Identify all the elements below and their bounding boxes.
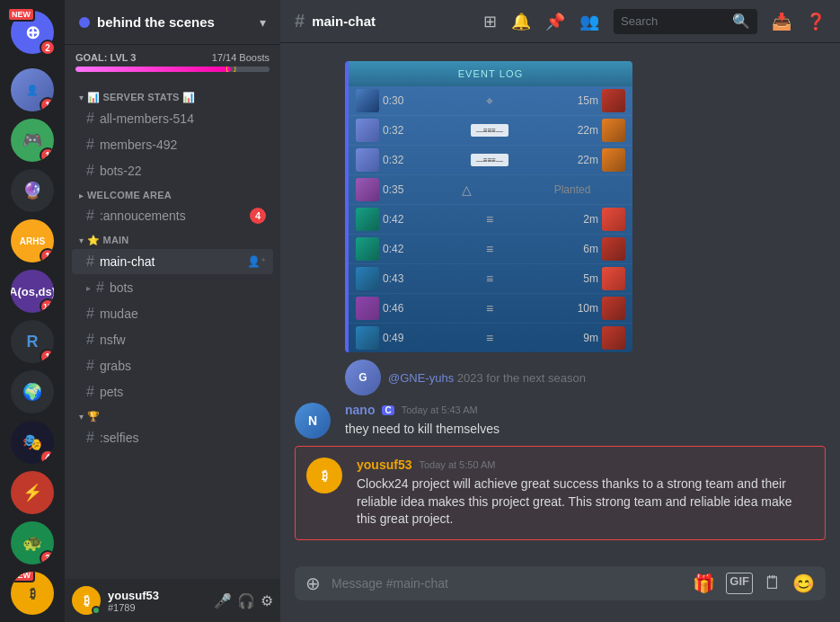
category-other[interactable]: ▾ 🏆 [65, 405, 280, 424]
category-arrow-other: ▾ [79, 412, 84, 422]
channel-nsfw[interactable]: # nsfw [72, 327, 273, 352]
channel-title: # main-chat [295, 11, 376, 31]
message-nano: N nano C Today at 5:43 AM they need to k… [295, 403, 826, 439]
discord-home-button[interactable]: ⊕ NEW 2 [11, 11, 54, 54]
channel-main-chat[interactable]: # main-chat 👤⁺ [72, 249, 273, 274]
stat-col-5: 2m [566, 213, 602, 226]
server-icon-9[interactable]: ⚡ [11, 471, 54, 514]
weapon-col-5: ≡ [413, 212, 566, 227]
nano-avatar: N [295, 403, 331, 439]
collapse-icon-bots: ▸ [86, 283, 91, 293]
hash-icon-2: # [86, 137, 94, 153]
sticker-icon[interactable]: 🗒 [764, 573, 782, 594]
server-icon-1[interactable]: 👤 1 [11, 68, 54, 111]
gift-icon[interactable]: 🎁 [693, 573, 715, 594]
game-embed: EVENT LOG 0:30 ⌖ 15m [345, 61, 632, 352]
yousuf-timestamp: Today at 5:50 AM [419, 459, 495, 470]
current-username: yousuf53 [108, 589, 207, 602]
hash-icon-8: # [86, 332, 94, 348]
channel-bots[interactable]: # bots-22 [72, 158, 273, 183]
channel-sidebar: behind the scenes ▾ GOAL: LVL 3 17/14 Bo… [65, 0, 280, 622]
server-icon-6[interactable]: R 1 [11, 320, 54, 363]
server-icon-5[interactable]: A(os,ds) 10 [11, 270, 54, 313]
user-area: ₿ yousuf53 #1789 🎤 🎧 ⚙ [65, 579, 280, 622]
channel-pets[interactable]: # pets [72, 379, 273, 404]
microphone-icon[interactable]: 🎤 [214, 592, 232, 609]
category-welcome[interactable]: ▸ WELCOME AREA [65, 184, 280, 202]
bars-icon-5: ≡ [486, 212, 493, 227]
channel-name-nsfw: nsfw [100, 333, 266, 347]
special-icon-1: ⌖ [486, 93, 493, 109]
search-box[interactable]: 🔍 [614, 9, 757, 34]
server-icon-10[interactable]: 🐢 3 [11, 521, 54, 564]
server-icon-7[interactable]: 🌍 [11, 370, 54, 413]
channel-name-bots-stat: bots-22 [100, 164, 266, 178]
server-icon-8[interactable]: 🎭 4 [11, 421, 54, 464]
server-list: ⊕ NEW 2 👤 1 🎮 1 🔮 ARHS 1 A(os,ds) 10 R 1… [0, 0, 65, 622]
add-user-icon[interactable]: 👤⁺ [247, 255, 266, 268]
nano-username: nano [345, 403, 375, 417]
weapon-col-7: ≡ [413, 271, 566, 286]
notification-badge: 2 [40, 40, 56, 56]
channel-list: ▾ 📊 SERVER STATS 📊 # all-members-514 # m… [65, 79, 280, 579]
online-status-dot [92, 606, 101, 615]
time-col-3: 0:32 [379, 154, 413, 166]
server-header-left: behind the scenes [79, 14, 215, 30]
hash-settings-icon[interactable]: ⊞ [483, 12, 497, 31]
player-thumb-left-9 [356, 326, 379, 350]
user-discriminator: #1789 [108, 602, 207, 613]
notification-bell-icon[interactable]: 🔔 [511, 12, 531, 31]
bot-avatar-gne: G [345, 360, 381, 395]
emoji-icon[interactable]: 😊 [792, 573, 815, 594]
channel-name-bots: bots [110, 280, 266, 295]
bars-icon-7: ≡ [486, 271, 493, 286]
boost-count[interactable]: 17/14 Boosts [212, 52, 270, 63]
channel-selfies[interactable]: # :selfies [72, 425, 273, 450]
headset-icon[interactable]: 🎧 [237, 592, 255, 609]
player-thumb-left-3 [356, 148, 379, 172]
hash-icon-11: # [86, 430, 94, 446]
channel-mudae[interactable]: # mudae [72, 301, 273, 326]
server-icon-4[interactable]: ARHS 1 [11, 219, 54, 262]
embed-row-7: 0:43 ≡ 5m [349, 264, 632, 294]
channel-name-selfies: :selfies [100, 431, 266, 445]
system-text-gne: @GNE-yuhs 2023 for the next season [388, 369, 586, 387]
message-input-area: ⊕ 🎁 GIF 🗒 😊 [280, 566, 840, 622]
nano-message-content: nano C Today at 5:43 AM they need to kil… [345, 403, 826, 439]
category-main[interactable]: ▾ ⭐ MAIN [65, 229, 280, 248]
stat-col-3: 22m [566, 154, 602, 166]
category-server-stats[interactable]: ▾ 📊 SERVER STATS 📊 [65, 86, 280, 105]
add-attachment-button[interactable]: ⊕ [305, 573, 321, 594]
help-icon[interactable]: ❓ [806, 12, 826, 31]
channel-bots-main[interactable]: ▸ # bots [72, 275, 273, 300]
server-icon-3[interactable]: 🔮 [11, 169, 54, 212]
channel-grabs[interactable]: # grabs [72, 353, 273, 378]
server-icon-new[interactable]: ₿ NEW [11, 572, 54, 615]
inbox-icon[interactable]: 📥 [772, 12, 791, 31]
nano-message-header: nano C Today at 5:43 AM [345, 403, 826, 417]
message-input[interactable] [332, 566, 682, 600]
weapon-bar-2: —≡≡≡— [471, 124, 508, 137]
message-input-box: ⊕ 🎁 GIF 🗒 😊 [295, 566, 826, 600]
yousuf-username: yousuf53 [357, 458, 411, 472]
category-name-main: ⭐ MAIN [87, 235, 128, 246]
settings-icon[interactable]: ⚙ [261, 592, 273, 609]
boost-goal-label: GOAL: LVL 3 [75, 52, 136, 63]
search-icon: 🔍 [732, 13, 750, 30]
user-controls: 🎤 🎧 ⚙ [214, 592, 273, 609]
server-icon-2[interactable]: 🎮 1 [11, 119, 54, 162]
channel-members[interactable]: # members-492 [72, 132, 273, 157]
search-input[interactable] [621, 14, 727, 28]
plant-icon: △ [462, 182, 472, 197]
channel-announcements[interactable]: # :annoucements 4 [72, 203, 273, 228]
channel-all-members[interactable]: # all-members-514 [72, 106, 273, 131]
server-header[interactable]: behind the scenes ▾ [65, 0, 280, 45]
hash-icon-1: # [86, 111, 94, 127]
embed-title: EVENT LOG [349, 61, 632, 86]
badge-8: 4 [40, 449, 54, 464]
announcements-badge: 4 [250, 208, 266, 224]
members-icon[interactable]: 👥 [579, 12, 599, 31]
gif-icon[interactable]: GIF [726, 573, 753, 594]
channel-name-members: members-492 [100, 138, 266, 152]
pin-icon[interactable]: 📌 [545, 12, 565, 31]
